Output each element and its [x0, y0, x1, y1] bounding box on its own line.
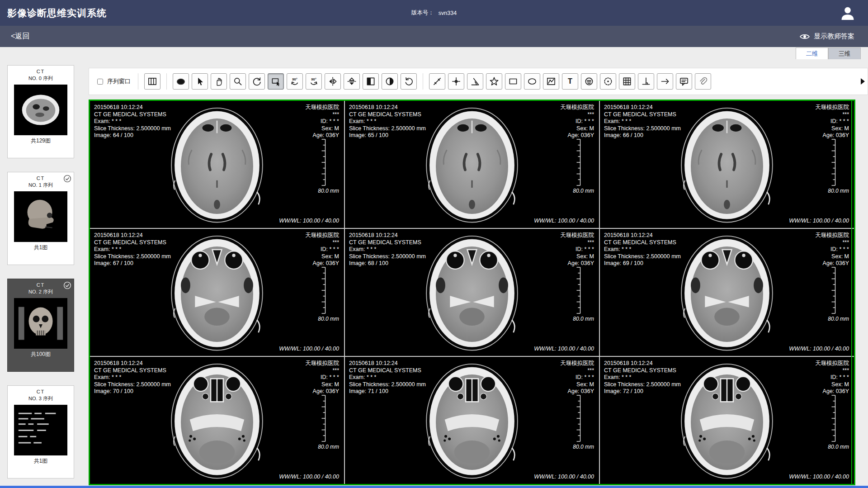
panel-sex: Sex: M [815, 253, 849, 261]
tool-measure-rect-button[interactable] [505, 73, 521, 90]
tool-attachment-button[interactable] [695, 73, 711, 90]
tab-2d[interactable]: 二维 [796, 47, 828, 59]
invert-icon [365, 76, 376, 87]
text-tool-icon: T [565, 76, 576, 87]
tool-circle-roi-button[interactable] [581, 73, 597, 90]
toolbar-separator [423, 73, 423, 90]
tool-pan-button[interactable] [211, 73, 227, 90]
toolbar-overflow-icon[interactable] [861, 78, 865, 85]
viewport-panel[interactable]: 20150618 10:12:24 CT GE MEDICAL SYSTEMS … [345, 357, 599, 484]
tool-grid-button[interactable] [619, 73, 635, 90]
series-thumbnail[interactable] [14, 85, 67, 135]
viewport-panel[interactable]: 20150618 10:12:24 CT GE MEDICAL SYSTEMS … [90, 357, 344, 484]
tool-measure-cross-button[interactable] [448, 73, 464, 90]
panel-patient-id: ID: * * * [560, 246, 594, 253]
viewport-panel[interactable]: 20150618 10:12:24 CT GE MEDICAL SYSTEMS … [345, 101, 599, 228]
panel-image-number: Image: 66 / 100 [604, 132, 681, 139]
tool-shade-ellipse-button[interactable] [173, 73, 189, 90]
panel-stars: *** [305, 239, 339, 246]
paperclip-icon [698, 76, 708, 87]
tool-zoom-button[interactable] [230, 73, 246, 90]
panel-patient-id: ID: * * * [560, 374, 594, 381]
panel-exam: Exam: * * * [349, 118, 426, 125]
panel-stars: *** [815, 111, 849, 118]
tool-measure-angle-button[interactable] [467, 73, 483, 90]
tool-flip-horizontal-button[interactable] [325, 73, 341, 90]
series-modality: CT [8, 69, 74, 74]
show-teacher-answer-label: 显示教师答案 [814, 32, 854, 41]
viewport-panel[interactable]: 20150618 10:12:24 CT GE MEDICAL SYSTEMS … [600, 229, 854, 356]
panel-info-right: 天堰模拟医院 *** ID: * * * Sex: M Age: 036Y [815, 232, 849, 267]
tool-rotate-left-90-button[interactable]: 90° [287, 73, 303, 90]
panel-scale-label: 80.0 mm [573, 316, 594, 322]
viewport-panel[interactable]: 20150618 10:12:24 CT GE MEDICAL SYSTEMS … [600, 101, 854, 228]
tool-layout-button[interactable] [144, 73, 160, 90]
svg-text:T: T [568, 77, 572, 85]
tool-histogram-button[interactable] [543, 73, 559, 90]
panel-exam: Exam: * * * [94, 374, 171, 381]
horizontal-scrollbar[interactable] [0, 486, 868, 488]
series-card[interactable]: CT NO. 3 序列 [7, 385, 74, 479]
back-button[interactable]: <返回 [11, 32, 29, 41]
tool-window-region-button[interactable] [268, 73, 284, 90]
series-card[interactable]: CT NO. 0 序列 [7, 65, 74, 158]
panel-age: Age: 036Y [815, 388, 849, 395]
tool-text-annotation-button[interactable]: T [562, 73, 578, 90]
viewport-panel[interactable]: 20150618 10:12:24 CT GE MEDICAL SYSTEMS … [90, 101, 344, 228]
panel-patient-id: ID: * * * [815, 118, 849, 125]
tool-comment-button[interactable] [676, 73, 692, 90]
scale-ruler [575, 267, 581, 314]
rectangle-icon [508, 76, 519, 87]
tool-rotate-button[interactable] [249, 73, 265, 90]
viewport-panel[interactable]: 20150618 10:12:24 CT GE MEDICAL SYSTEMS … [600, 357, 854, 484]
viewport-panel[interactable]: 20150618 10:12:24 CT GE MEDICAL SYSTEMS … [90, 229, 344, 356]
series-label: NO. 3 序列 [8, 395, 74, 402]
tab-3d[interactable]: 三维 [828, 47, 861, 59]
ct-image [670, 101, 785, 227]
series-window-group: 序列窗口 [95, 77, 131, 86]
thumbnail-image [14, 191, 67, 242]
panel-image-number: Image: 68 / 100 [349, 260, 426, 267]
panel-window-level: WW/WL: 100.00 / 40.00 [534, 474, 594, 481]
user-avatar-button[interactable] [839, 5, 856, 22]
tool-measure-ellipse-button[interactable] [524, 73, 540, 90]
panel-datetime: 20150618 10:12:24 [94, 232, 171, 239]
panel-stars: *** [560, 239, 594, 246]
series-label: NO. 1 序列 [8, 182, 74, 189]
panel-scale-label: 80.0 mm [573, 188, 594, 194]
show-teacher-answer-button[interactable]: 显示教师答案 [797, 32, 857, 41]
tool-perpendicular-button[interactable] [638, 73, 654, 90]
series-window-checkbox[interactable] [97, 79, 103, 85]
series-thumbnail[interactable] [14, 405, 67, 455]
tool-reset-button[interactable] [401, 73, 417, 90]
series-thumbnail[interactable] [14, 191, 67, 242]
tool-point-roi-button[interactable] [600, 73, 616, 90]
panel-sex: Sex: M [305, 253, 339, 261]
tool-rotate-right-90-button[interactable]: 90° [306, 73, 322, 90]
tool-measure-star-button[interactable] [486, 73, 502, 90]
rotate-icon [251, 76, 262, 87]
panel-exam: Exam: * * * [349, 246, 426, 253]
panel-thickness: Slice Thickness: 2.500000 mm [94, 381, 171, 389]
tool-pointer-select-button[interactable] [192, 73, 208, 90]
tool-measure-line-button[interactable] [429, 73, 445, 90]
panel-info-right: 天堰模拟医院 *** ID: * * * Sex: M Age: 036Y [305, 232, 339, 267]
series-card[interactable]: CT NO. 1 序列 [7, 172, 74, 265]
series-card[interactable]: CT NO. 2 序列 [7, 279, 74, 372]
panel-thickness: Slice Thickness: 2.500000 mm [349, 253, 426, 261]
series-window-label[interactable]: 序列窗口 [107, 77, 131, 85]
panel-window-level: WW/WL: 100.00 / 40.00 [279, 218, 339, 225]
panel-thickness: Slice Thickness: 2.500000 mm [94, 125, 171, 133]
panel-age: Age: 036Y [305, 388, 339, 395]
viewport-panel[interactable]: 20150618 10:12:24 CT GE MEDICAL SYSTEMS … [345, 229, 599, 356]
series-label: NO. 0 序列 [8, 75, 74, 82]
measure-line-icon [432, 76, 443, 87]
panel-datetime: 20150618 10:12:24 [349, 104, 426, 111]
panel-hospital: 天堰模拟医院 [305, 232, 339, 239]
panel-exam: Exam: * * * [94, 118, 171, 125]
series-thumbnail[interactable] [14, 298, 67, 349]
tool-pseudo-color-button[interactable] [382, 73, 398, 90]
tool-arrow-annotation-button[interactable] [657, 73, 673, 90]
tool-invert-button[interactable] [363, 73, 379, 90]
tool-flip-vertical-button[interactable] [344, 73, 360, 90]
